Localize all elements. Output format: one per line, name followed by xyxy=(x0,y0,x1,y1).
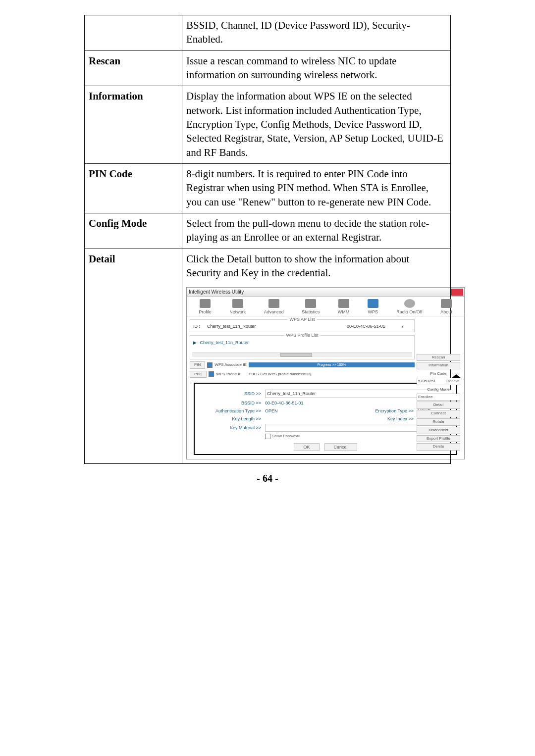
rescan-label: Rescan xyxy=(85,50,182,86)
config-mode-side-label: Config Mode xyxy=(417,387,460,393)
pin-code-description: 8-digit numbers. It is required to enter… xyxy=(182,164,451,213)
pin-pbc-row: PIN WPS Associate IE Progress >> 100% xyxy=(190,361,415,369)
top-row-text: BSSID, Channel, ID (Device Password ID),… xyxy=(182,15,451,51)
wps-profile-list-legend: WPS Profile List xyxy=(284,332,320,338)
utility-window: Intelligent Wireless Utility Profile Net… xyxy=(186,287,465,460)
detail-cell: Click the Detail button to show the info… xyxy=(182,249,451,463)
wps-body: Rescan Information Pin Code 57053251 Ren… xyxy=(187,319,464,378)
detail-button[interactable]: Detail xyxy=(417,402,460,409)
ap-channel: 7 xyxy=(401,323,411,329)
status-text: PBC - Get WPS profile successfully. xyxy=(249,372,312,377)
tab-profile[interactable]: Profile xyxy=(199,299,212,315)
associate-ie-label: WPS Associate IE xyxy=(214,362,246,368)
radio-icon xyxy=(404,299,415,308)
bssid-label: BSSID >> xyxy=(199,400,263,406)
rescan-button[interactable]: Rescan xyxy=(417,354,460,361)
wmm-icon xyxy=(338,299,349,308)
pin-code-field[interactable]: 57053251 Renew xyxy=(417,378,460,385)
pbc-button[interactable]: PBC xyxy=(190,371,207,378)
ap-id-col: ID : xyxy=(193,323,207,329)
show-password-label: Show Password xyxy=(272,434,300,439)
pin-code-label: PIN Code xyxy=(85,164,182,213)
progress-bar: Progress >> 100% xyxy=(249,362,415,367)
tab-strip: Profile Network Advanced Statistics WMM … xyxy=(187,297,464,316)
pin-code-value: 57053251 xyxy=(418,379,436,384)
renew-button[interactable]: Renew xyxy=(446,379,459,384)
information-description: Display the information about WPS IE on … xyxy=(182,86,451,164)
horizontal-scrollbar[interactable] xyxy=(192,353,412,357)
ap-ssid: Cherry_test_11n_Router xyxy=(207,323,347,329)
profile-icon xyxy=(200,299,211,308)
wps-ap-list-legend: WPS AP List xyxy=(288,316,317,322)
ap-list-row[interactable]: ID : Cherry_test_11n_Router 00-E0-4C-86-… xyxy=(192,323,412,330)
detail-description: Click the Detail button to show the info… xyxy=(186,252,446,280)
pbc-row: PBC WPS Probe IE PBC - Get WPS profile s… xyxy=(190,371,415,378)
title-bar: Intelligent Wireless Utility xyxy=(187,288,464,297)
tab-about[interactable]: About xyxy=(440,299,452,315)
probe-ie-label: WPS Probe IE xyxy=(216,372,242,377)
pin-button[interactable]: PIN xyxy=(190,361,205,369)
scrollbar-thumb[interactable] xyxy=(280,353,312,357)
tab-radio[interactable]: Radio On/Off xyxy=(396,299,422,315)
associate-ie-checkbox[interactable] xyxy=(207,362,213,368)
rescan-description: Issue a rescan command to wireless NIC t… xyxy=(182,50,451,86)
tab-advanced[interactable]: Advanced xyxy=(264,299,284,315)
config-mode-select[interactable]: Enrollee xyxy=(417,394,460,401)
blank-label xyxy=(85,15,182,51)
show-password-checkbox[interactable] xyxy=(265,434,270,439)
tab-statistics[interactable]: Statistics xyxy=(302,299,320,315)
connect-button[interactable]: Connect xyxy=(417,410,460,417)
expand-triangle-icon[interactable] xyxy=(451,374,461,378)
advanced-icon xyxy=(268,299,279,308)
play-icon: ▶ xyxy=(193,340,197,345)
side-buttons: Rescan Information Pin Code 57053251 Ren… xyxy=(417,354,460,451)
auth-type-value: OPEN xyxy=(265,408,359,414)
detail-label: Detail xyxy=(85,249,182,463)
network-icon xyxy=(232,299,243,308)
key-length-label: Key Length >> xyxy=(199,416,263,422)
definitions-table: BSSID, Channel, ID (Device Password ID),… xyxy=(84,15,451,464)
profile-name: Cherry_test_11n_Router xyxy=(200,340,249,345)
key-index-label: Key Index >> xyxy=(361,416,416,422)
close-icon[interactable] xyxy=(451,289,463,296)
tab-wps[interactable]: WPS xyxy=(368,299,378,315)
wps-icon xyxy=(368,299,378,308)
ok-button[interactable]: OK xyxy=(294,443,319,451)
information-label: Information xyxy=(85,86,182,164)
about-icon xyxy=(441,299,452,308)
wps-ap-list-group: WPS AP List ID : Cherry_test_11n_Router … xyxy=(190,319,415,332)
enc-type-label: Encryption Type >> xyxy=(361,408,416,414)
information-button[interactable]: Information xyxy=(417,362,460,369)
config-mode-description: Select from the pull-down menu to decide… xyxy=(182,213,451,249)
key-material-label: Key Material >> xyxy=(199,425,263,431)
delete-button[interactable]: Delete xyxy=(417,443,460,451)
auth-type-label: Authentication Type >> xyxy=(199,408,263,414)
disconnect-button[interactable]: Disconnect xyxy=(417,427,460,434)
tab-wmm[interactable]: WMM xyxy=(338,299,350,315)
page-number: - 64 - xyxy=(84,473,451,484)
cancel-button[interactable]: Cancel xyxy=(324,443,357,451)
export-profile-button[interactable]: Export Profile xyxy=(417,435,460,443)
window-title: Intelligent Wireless Utility xyxy=(189,289,244,296)
rotate-button[interactable]: Rotate xyxy=(417,418,460,426)
wps-profile-list-group: WPS Profile List ▶ Cherry_test_11n_Route… xyxy=(190,335,415,359)
ssid-label: SSID >> xyxy=(199,391,263,397)
tab-network[interactable]: Network xyxy=(229,299,246,315)
statistics-icon xyxy=(305,299,316,308)
profile-list-item[interactable]: ▶ Cherry_test_11n_Router xyxy=(192,339,412,353)
probe-ie-checkbox[interactable] xyxy=(209,371,214,377)
config-mode-label: Config Mode xyxy=(85,213,182,249)
ap-bssid: 00-E0-4C-86-51-01 xyxy=(347,323,401,329)
